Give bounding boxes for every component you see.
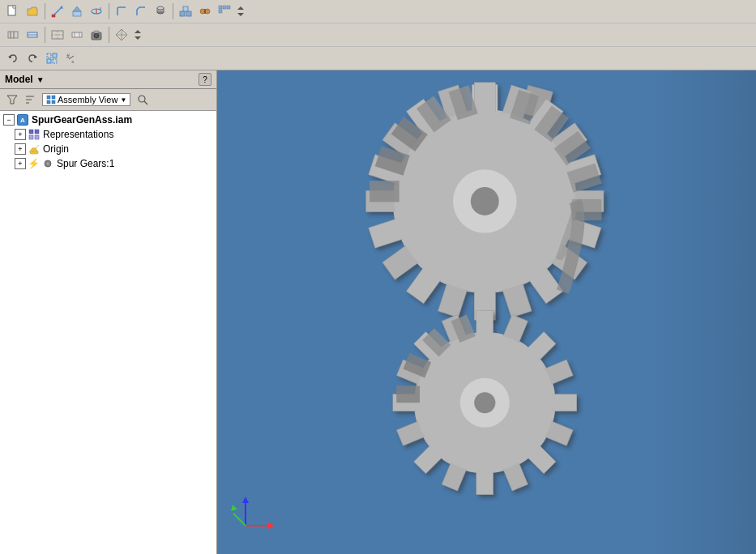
svg-point-97 <box>471 187 499 215</box>
svg-rect-57 <box>52 96 55 99</box>
svg-rect-114 <box>476 471 493 495</box>
svg-marker-22 <box>237 6 244 10</box>
toolbar-btn-2d-5[interactable] <box>113 26 130 44</box>
toolbar-btn-fraction[interactable]: #x <box>62 49 80 67</box>
svg-line-61 <box>144 101 147 104</box>
toolbar-dropdown-1[interactable] <box>234 2 247 20</box>
svg-rect-67 <box>32 148 36 151</box>
app-container: #x Model ▼ ? <box>0 0 756 554</box>
toolbar-sep-2 <box>109 3 109 19</box>
tree-representations-icon <box>28 128 41 141</box>
svg-point-124 <box>474 392 495 413</box>
toolbar-dropdown-2[interactable] <box>131 26 144 44</box>
tree-representations-expand[interactable]: + <box>15 129 26 140</box>
svg-marker-135 <box>242 496 249 503</box>
svg-rect-37 <box>94 31 99 33</box>
toolbar-btn-fillet[interactable] <box>113 2 130 20</box>
main-content: Model ▼ ? Assembly View ▼ <box>0 70 756 554</box>
toolbar-btn-new[interactable] <box>4 2 22 20</box>
toolbar-sep-4 <box>45 27 45 43</box>
svg-point-15 <box>200 9 205 14</box>
svg-rect-45 <box>47 53 51 58</box>
panel-view-selector[interactable]: Assembly View ▼ <box>42 93 130 106</box>
tree-origin-icon <box>28 143 41 156</box>
toolbar-btn-redo[interactable] <box>23 49 41 67</box>
panel-filter-btn[interactable] <box>4 92 20 108</box>
svg-rect-2 <box>13 6 15 8</box>
svg-point-69 <box>46 162 49 165</box>
svg-rect-14 <box>183 6 188 11</box>
svg-marker-41 <box>135 30 141 33</box>
svg-rect-5 <box>52 15 55 17</box>
tree-root-expand[interactable]: − <box>3 114 15 126</box>
toolbar-btn-2d-2[interactable] <box>23 26 41 44</box>
tree-root-icon: A <box>16 113 29 126</box>
svg-point-11 <box>157 6 164 10</box>
tree-spurgears-label: Spur Gears:1 <box>57 158 114 169</box>
toolbar-btn-pattern[interactable] <box>216 2 233 20</box>
model-label: Model <box>5 74 33 85</box>
toolbar-btn-2d-1[interactable] <box>4 26 22 44</box>
toolbar-btn-2d-3[interactable] <box>49 26 66 44</box>
svg-rect-21 <box>219 10 222 13</box>
svg-rect-64 <box>29 135 33 139</box>
toolbar-btn-constraint[interactable] <box>196 2 214 20</box>
svg-rect-110 <box>553 394 577 411</box>
toolbar-btn-revolve[interactable] <box>88 2 105 20</box>
toolbar-btn-chamfer[interactable] <box>132 2 150 20</box>
toolbar-btn-undo[interactable] <box>4 49 22 67</box>
toolbar-row-2 <box>0 23 756 47</box>
svg-point-60 <box>139 96 145 102</box>
tree-root-label: SpurGearGenAss.iam <box>32 114 132 126</box>
toolbar-btn-assembly[interactable] <box>177 2 194 20</box>
tree-root-item[interactable]: − A SpurGearGenAss.iam <box>0 113 216 127</box>
svg-rect-129 <box>369 181 399 202</box>
toolbar-row-3: #x <box>0 47 756 70</box>
right-extrusion-strips <box>651 70 756 554</box>
tree-representations-label: Representations <box>43 129 113 140</box>
left-panel: Model ▼ ? Assembly View ▼ <box>0 70 217 554</box>
toolbar-btn-open[interactable] <box>23 2 41 20</box>
tree-spurgears-expand[interactable]: + <box>15 158 26 169</box>
svg-point-16 <box>205 9 210 14</box>
tree-spurgears-lightning: ⚡ <box>28 158 40 169</box>
panel-help-button[interactable]: ? <box>199 73 211 86</box>
svg-rect-63 <box>35 130 39 134</box>
panel-sort-btn[interactable] <box>22 92 38 108</box>
svg-rect-48 <box>53 59 57 63</box>
toolbar-btn-2d-4[interactable] <box>68 26 86 44</box>
axes-indicator <box>229 493 278 538</box>
svg-rect-47 <box>47 59 51 63</box>
viewport <box>217 70 756 554</box>
svg-rect-32 <box>72 32 82 37</box>
toolbar-sep-5 <box>109 27 109 43</box>
toolbar-btn-extrude[interactable] <box>68 2 86 20</box>
bottom-gear <box>393 311 577 495</box>
tree-origin-expand[interactable]: + <box>15 143 26 155</box>
toolbar-sep-3 <box>173 3 173 19</box>
tree-spurgears-item[interactable]: + ⚡ Spur Gears:1 <box>0 156 216 171</box>
model-dropdown-arrow[interactable]: ▼ <box>36 75 45 84</box>
svg-marker-52 <box>7 96 17 104</box>
tree-origin-item[interactable]: + Origin <box>0 142 216 156</box>
toolbar-btn-camera[interactable] <box>88 26 105 44</box>
svg-rect-106 <box>476 311 493 335</box>
svg-rect-65 <box>35 135 39 139</box>
toolbar-btn-sketch[interactable] <box>49 2 66 20</box>
view-selector-arrow: ▼ <box>120 96 126 104</box>
toolbar-btn-hole[interactable] <box>152 2 169 20</box>
tree-panel: − A SpurGearGenAss.iam + <box>0 111 216 554</box>
panel-search-btn[interactable] <box>135 92 151 108</box>
panel-header: Model ▼ ? <box>0 70 216 89</box>
svg-rect-56 <box>47 96 50 99</box>
svg-marker-7 <box>73 6 81 11</box>
svg-rect-24 <box>8 32 18 38</box>
svg-rect-20 <box>227 6 230 9</box>
tree-representations-item[interactable]: + Representations <box>0 127 216 142</box>
toolbar-btn-select[interactable] <box>43 49 61 67</box>
svg-rect-6 <box>73 11 81 16</box>
toolbar-sep-1 <box>45 3 45 19</box>
svg-text:x: x <box>71 58 75 65</box>
tree-origin-label: Origin <box>43 143 69 155</box>
svg-rect-12 <box>180 11 185 16</box>
